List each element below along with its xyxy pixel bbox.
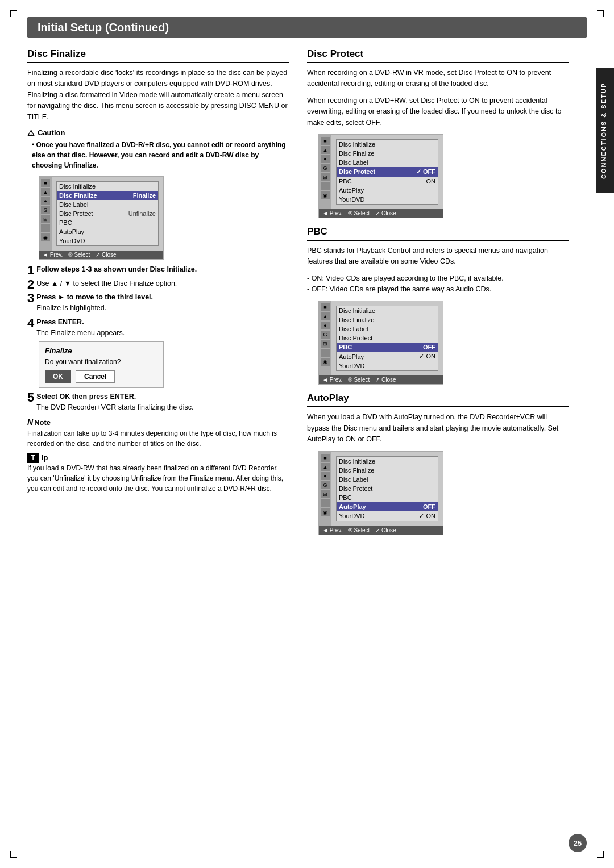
note-title: N Note <box>27 416 289 428</box>
disc-finalize-title: Disc Finalize <box>27 48 289 63</box>
menu-row-pbc-disc-label: Disc Label <box>337 324 438 333</box>
finalize-dialog-question: Do you want finalization? <box>45 358 157 366</box>
tip-block: T ip If you load a DVD-RW that has alrea… <box>27 452 289 494</box>
corner-mark-tr <box>597 10 604 17</box>
menu-row-ap-autoplay: AutoPlay OFF <box>337 502 438 511</box>
menu-screenshot-autoplay: ■ ▲ ● G ⊞ ◉ Disc Initialize <box>318 451 443 535</box>
disc-protect-body1: When recording on a DVD-RW in VR mode, s… <box>307 68 569 90</box>
caution-body: Once you have finalized a DVD-R/+R disc,… <box>27 140 289 170</box>
menu-icons-col: ■ ▲ ● G ⊞ ◉ <box>39 177 52 251</box>
menu-row-disc-initialize: Disc Initialize <box>57 182 158 191</box>
menu-icon-7: ◉ <box>41 233 50 241</box>
menu-icons-col-protect: ■ ▲ ● G ⊞ ◉ <box>319 135 331 209</box>
finalize-ok-button[interactable]: OK <box>45 370 71 383</box>
left-column: Disc Finalize Finalizing a recordable di… <box>27 48 289 540</box>
autoplay-section: AutoPlay When you load a DVD with AutoPl… <box>307 393 569 535</box>
menu-icons-col-autoplay: ■ ▲ ● G ⊞ ◉ <box>319 452 331 526</box>
menu-row-autoplay: AutoPlay <box>57 227 158 236</box>
menu-icon-3: ● <box>41 197 50 205</box>
step-1: 1 Follow steps 1-3 as shown under Disc I… <box>27 264 289 275</box>
menu-row-p-autoplay: AutoPlay <box>337 186 438 195</box>
tip-body: If you load a DVD-RW that has already be… <box>27 463 289 494</box>
menu-row-pbc-disc-protect: Disc Protect <box>337 333 438 343</box>
finalize-cancel-button[interactable]: Cancel <box>76 370 115 383</box>
pbc-section: PBC PBC stands for Playback Control and … <box>307 226 569 385</box>
menu-row-ap-yourdvd: YourDVD ✓ ON <box>337 511 438 521</box>
menu-row-p-yourdvd: YourDVD <box>337 195 438 204</box>
autoplay-body1: When you load a DVD with AutoPlay turned… <box>307 412 569 445</box>
tip-icon: T <box>27 453 39 463</box>
menu-row-disc-finalize: Disc Finalize Finalize <box>57 191 158 200</box>
note-block: N Note Finalization can take up to 3-4 m… <box>27 416 289 449</box>
note-body: Finalization can take up to 3-4 minutes … <box>27 428 289 449</box>
page-title: Initial Setup (Continued) <box>27 17 587 38</box>
page-number: 25 <box>569 834 587 852</box>
menu-inner-pbc: Disc Initialize Disc Finalize Disc Label… <box>336 306 438 371</box>
menu-screenshot-pbc: ■ ▲ ● G ⊞ ◉ Disc Initialize <box>318 301 443 385</box>
finalize-dialog-title: Finalize <box>45 347 157 355</box>
side-tab: CONNECTIONS & SETUP <box>596 68 614 193</box>
disc-protect-section: Disc Protect When recording on a DVD-RW … <box>307 48 569 218</box>
menu-footer-protect: ◄ Prev. ® Select ↗ Close <box>319 209 443 218</box>
menu-row-p-disc-init: Disc Initialize <box>337 140 438 149</box>
menu-row-pbc-autoplay: AutoPlay ✓ ON <box>337 352 438 361</box>
step-3: 3 Press ► to move to the third level. Fi… <box>27 292 289 314</box>
right-column: Disc Protect When recording on a DVD-RW … <box>307 48 587 540</box>
menu-inner-autoplay: Disc Initialize Disc Finalize Disc Label… <box>336 456 438 521</box>
menu-inner-protect: Disc Initialize Disc Finalize Disc Label… <box>336 139 438 205</box>
menu-screenshot-finalize: ■ ▲ ● G ⊞ ◉ Disc Initialize <box>39 176 164 260</box>
menu-row-pbc-disc-fin: Disc Finalize <box>337 315 438 324</box>
pbc-item2: - OFF: Video CDs are played the same way… <box>307 284 569 295</box>
menu-row-disc-label: Disc Label <box>57 200 158 209</box>
menu-row-pbc: PBC <box>57 218 158 227</box>
menu-icon-1: ■ <box>41 179 50 187</box>
corner-mark-br <box>597 851 604 858</box>
menu-footer-1: ◄ Prev. ® Select ↗ Close <box>39 251 163 259</box>
corner-mark-tl <box>10 10 17 17</box>
menu-icon-6 <box>41 224 50 232</box>
corner-mark-bl <box>10 851 17 858</box>
step-4: 4 Press ENTER. The Finalize menu appears… <box>27 317 289 339</box>
pbc-items: - ON: Video CDs are played according to … <box>307 273 569 295</box>
disc-finalize-section: Disc Finalize Finalizing a recordable di… <box>27 48 289 494</box>
menu-row-ap-disc-init: Disc Initialize <box>337 457 438 466</box>
finalize-dialog: Finalize Do you want finalization? OK Ca… <box>39 341 164 388</box>
step-2: 2 Use ▲ / ▼ to select the Disc Finalize … <box>27 278 289 289</box>
menu-row-ap-pbc: PBC <box>337 493 438 502</box>
menu-icon-4: G <box>41 206 50 214</box>
menu-icon-2: ▲ <box>41 188 50 196</box>
menu-row-pbc-disc-init: Disc Initialize <box>337 306 438 315</box>
pbc-item1: - ON: Video CDs are played according to … <box>307 273 569 284</box>
menu-row-pbc-yourdvd: YourDVD <box>337 361 438 370</box>
disc-protect-title: Disc Protect <box>307 48 569 63</box>
caution-block: ⚠ Caution Once you have finalized a DVD-… <box>27 128 289 170</box>
disc-finalize-body: Finalizing a recordable disc 'locks' its… <box>27 68 289 123</box>
menu-row-p-disc-protect: Disc Protect ✓ OFF <box>337 167 438 177</box>
menu-footer-autoplay: ◄ Prev. ® Select ↗ Close <box>319 526 443 535</box>
menu-row-yourdvd: YourDVD <box>57 236 158 245</box>
menu-row-p-disc-fin: Disc Finalize <box>337 149 438 158</box>
menu-icon-5: ⊞ <box>41 215 50 223</box>
menu-row-ap-disc-label: Disc Label <box>337 475 438 484</box>
menu-row-p-pbc: PBC ON <box>337 177 438 186</box>
menu-row-ap-disc-fin: Disc Finalize <box>337 466 438 475</box>
menu-footer-pbc: ◄ Prev. ® Select ↗ Close <box>319 375 443 384</box>
caution-title: ⚠ Caution <box>27 128 289 137</box>
caution-icon: ⚠ <box>27 128 35 137</box>
pbc-title: PBC <box>307 226 569 241</box>
tip-title: T ip <box>27 452 289 464</box>
menu-screenshot-protect: ■ ▲ ● G ⊞ ◉ Disc Initialize <box>318 134 443 218</box>
disc-protect-body2: When recording on a DVD+RW, set Disc Pro… <box>307 95 569 128</box>
menu-inner-finalize: Disc Initialize Disc Finalize Finalize D… <box>56 181 159 246</box>
pbc-body1: PBC stands for Playback Control and refe… <box>307 245 569 268</box>
menu-row-pbc-pbc: PBC OFF <box>337 343 438 352</box>
step-5: 5 Select OK then press ENTER. The DVD Re… <box>27 391 289 413</box>
menu-icons-col-pbc: ■ ▲ ● G ⊞ ◉ <box>319 301 331 375</box>
menu-row-disc-protect: Disc Protect Unfinalize <box>57 209 158 218</box>
autoplay-title: AutoPlay <box>307 393 569 407</box>
menu-row-p-disc-label: Disc Label <box>337 158 438 167</box>
finalize-buttons: OK Cancel <box>45 370 157 383</box>
menu-row-ap-disc-protect: Disc Protect <box>337 484 438 493</box>
